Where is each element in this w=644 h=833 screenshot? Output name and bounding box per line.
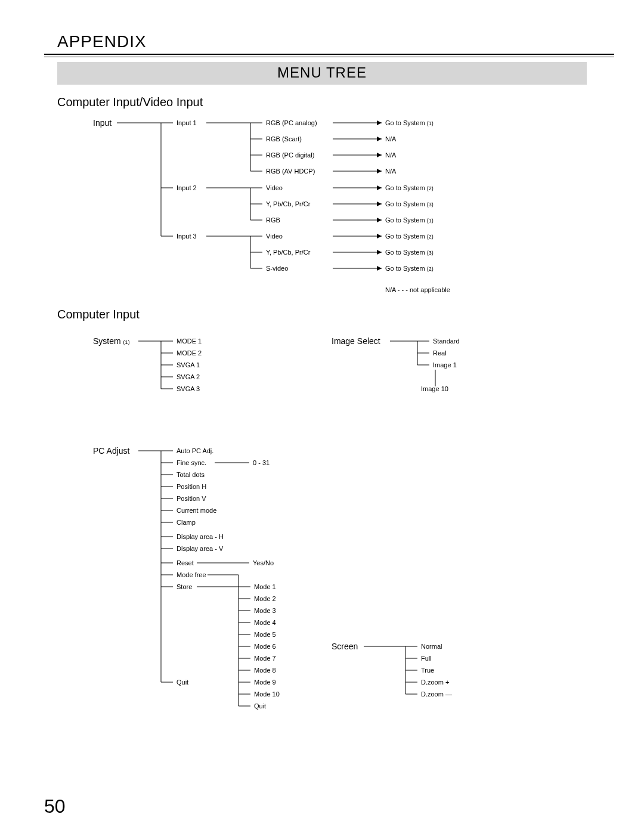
input1-r-c: N/A [385,151,396,159]
system-svga2: SVGA 2 [177,373,200,380]
input1-r-a: Go to System (1) [385,119,434,126]
screen-root: Screen [332,642,358,651]
pcadj-totaldots: Total dots [177,471,205,478]
store-mode9: Mode 9 [254,679,276,686]
image-select-root: Image Select [332,336,380,346]
input2-r-a: Go to System (2) [385,184,434,191]
input2-ypbcb: Y, Pb/Cb, Pr/Cr [266,200,310,208]
pcadj-curmode: Current mode [177,507,216,514]
input3-ypbcb: Y, Pb/Cb, Pr/Cr [266,249,310,256]
pcadj-dah: Display area - H [177,533,224,540]
screen-dzoom-plus: D.zoom + [421,679,449,686]
input-1: Input 1 [177,119,197,126]
screen-normal: Normal [421,643,442,650]
input2-rgb: RGB [266,216,280,224]
store-mode2: Mode 2 [254,595,276,602]
imgsel-real: Real [433,349,447,357]
store-quit: Quit [254,702,266,710]
input-tree-lines [0,0,644,298]
input3-r-c: Go to System (2) [385,265,434,272]
imgsel-image10: Image 10 [421,385,448,392]
store-mode4: Mode 4 [254,619,276,626]
pcadj-finesync-val: 0 - 31 [253,459,270,466]
pcadj-quit-outer: Quit [177,679,188,686]
input1-r-d: N/A [385,168,396,175]
input2-r-c: Go to System (1) [385,216,434,224]
screen-dzoom-minus: D.zoom — [421,690,452,698]
pcadj-posh: Position H [177,483,206,490]
store-mode8: Mode 8 [254,667,276,674]
system-root: System (1) [93,336,130,346]
pcadj-reset: Reset [177,559,194,566]
store-mode6: Mode 6 [254,643,276,650]
pc-adjust-root: PC Adjust [93,446,129,456]
pcadj-reset-val: Yes/No [253,559,274,566]
pcadj-posv: Position V [177,495,206,502]
input3-r-b: Go to System (3) [385,249,434,256]
page: APPENDIX MENU TREE Computer Input/Video … [0,0,644,833]
system-svga1: SVGA 1 [177,361,200,368]
pcadj-clamp: Clamp [177,519,196,526]
input-3: Input 3 [177,233,197,240]
input1-rgb-scart: RGB (Scart) [266,135,302,143]
page-number: 50 [44,795,66,817]
input-2: Input 2 [177,184,197,191]
imgsel-standard: Standard [433,337,460,345]
store-mode1: Mode 1 [254,583,276,590]
store-mode7: Mode 7 [254,655,276,662]
input1-r-b: N/A [385,135,396,143]
input3-svideo: S-video [266,265,288,272]
system-mode1: MODE 1 [177,337,202,345]
input-root: Input [93,118,112,128]
screen-full: Full [421,655,432,662]
pcadj-finesync: Fine sync. [177,459,206,466]
input1-rgb-av-hdcp: RGB (AV HDCP) [266,168,315,175]
lower-trees-lines [0,298,644,716]
store-mode5: Mode 5 [254,631,276,638]
pcadj-auto: Auto PC Adj. [177,447,213,454]
input1-rgb-pc-digital: RGB (PC digital) [266,151,314,159]
pcadj-modefree: Mode free [177,571,206,578]
store-mode3: Mode 3 [254,607,276,614]
pcadj-dav: Display area - V [177,545,223,552]
pcadj-store: Store [177,583,192,590]
input2-r-b: Go to System (3) [385,200,434,208]
system-svga3: SVGA 3 [177,385,200,392]
system-mode2: MODE 2 [177,349,202,357]
input1-rgb-pc-analog: RGB (PC analog) [266,119,317,126]
store-mode10: Mode 10 [254,690,280,698]
input3-r-a: Go to System (2) [385,233,434,240]
na-note: N/A - - - not applicable [385,286,450,293]
input3-video: Video [266,233,283,240]
screen-true: True [421,667,434,674]
imgsel-image1: Image 1 [433,361,457,368]
input2-video: Video [266,184,283,191]
